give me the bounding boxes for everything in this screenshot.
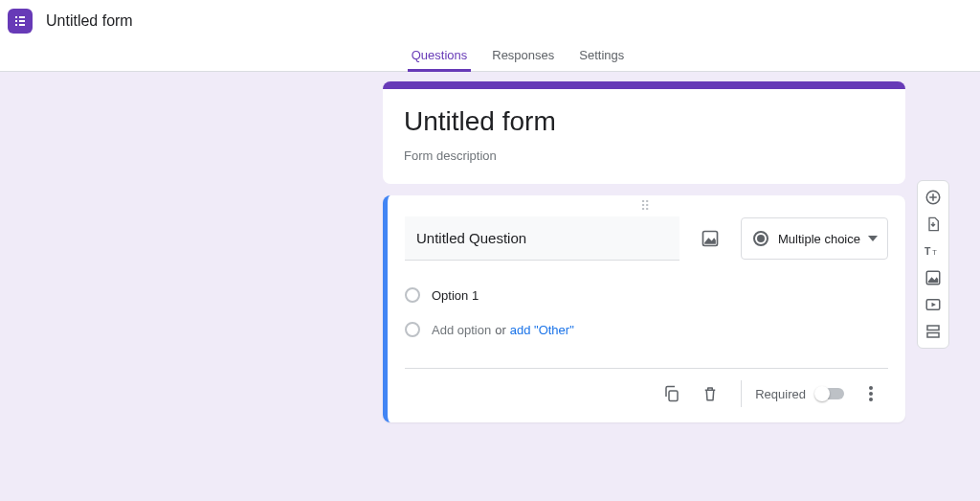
form-column: Untitled form Form description ⠿ Multipl… bbox=[383, 81, 905, 422]
forms-logo[interactable] bbox=[8, 9, 33, 34]
options-list: Option 1 Add option or add "Other" bbox=[405, 278, 888, 347]
duplicate-button[interactable] bbox=[655, 376, 689, 411]
add-other-button[interactable]: add "Other" bbox=[510, 323, 574, 337]
drag-handle-icon[interactable]: ⠿ bbox=[405, 195, 888, 216]
add-video-button[interactable] bbox=[920, 294, 947, 315]
header-row2: Questions Responses Settings bbox=[0, 42, 980, 72]
more-options-button[interactable] bbox=[854, 376, 888, 411]
option-radio-icon bbox=[405, 287, 420, 303]
question-footer: Required bbox=[405, 368, 888, 411]
question-input[interactable] bbox=[405, 216, 679, 261]
add-image-to-question-button[interactable] bbox=[693, 221, 727, 256]
svg-rect-17 bbox=[927, 333, 939, 338]
delete-button[interactable] bbox=[693, 376, 727, 411]
video-icon bbox=[924, 296, 942, 313]
tab-settings[interactable]: Settings bbox=[575, 42, 628, 72]
import-icon bbox=[925, 216, 941, 233]
svg-rect-4 bbox=[15, 24, 17, 26]
radio-icon bbox=[753, 231, 768, 246]
add-question-button[interactable] bbox=[920, 187, 947, 208]
question-type-select[interactable]: Multiple choice bbox=[741, 217, 888, 260]
option-row[interactable]: Option 1 bbox=[405, 278, 888, 312]
copy-icon bbox=[663, 385, 680, 402]
plus-circle-icon bbox=[924, 189, 942, 206]
svg-point-9 bbox=[869, 392, 873, 396]
tab-questions[interactable]: Questions bbox=[408, 42, 472, 72]
svg-point-8 bbox=[869, 386, 873, 390]
tab-responses[interactable]: Responses bbox=[488, 42, 558, 72]
canvas: Untitled form Form description ⠿ Multipl… bbox=[0, 72, 980, 422]
option-label[interactable]: Option 1 bbox=[432, 288, 479, 303]
question-row: Multiple choice bbox=[405, 216, 888, 261]
svg-rect-7 bbox=[669, 391, 678, 401]
separator bbox=[741, 380, 742, 407]
more-vertical-icon bbox=[869, 386, 873, 401]
section-icon bbox=[924, 323, 942, 340]
add-option-button[interactable]: Add option bbox=[432, 323, 491, 337]
svg-rect-2 bbox=[15, 20, 17, 22]
forms-logo-icon bbox=[13, 14, 27, 28]
header-row1: Untitled form bbox=[0, 0, 980, 42]
tabs: Questions Responses Settings bbox=[408, 42, 629, 72]
add-option-row: Add option or add "Other" bbox=[405, 312, 888, 347]
title-icon: TT bbox=[924, 244, 942, 258]
svg-rect-5 bbox=[19, 24, 25, 26]
image-icon bbox=[701, 229, 720, 248]
form-title[interactable]: Untitled form bbox=[404, 106, 884, 137]
required-label: Required bbox=[755, 387, 806, 401]
add-image-button[interactable] bbox=[920, 267, 947, 288]
chevron-down-icon bbox=[868, 236, 878, 241]
svg-rect-0 bbox=[15, 16, 17, 18]
add-section-button[interactable] bbox=[920, 321, 947, 342]
svg-point-10 bbox=[869, 398, 873, 401]
form-description[interactable]: Form description bbox=[404, 148, 884, 163]
or-label: or bbox=[495, 323, 506, 337]
add-title-button[interactable]: TT bbox=[920, 240, 947, 262]
svg-text:T: T bbox=[924, 245, 931, 257]
svg-rect-1 bbox=[19, 16, 25, 18]
title-card[interactable]: Untitled form Form description bbox=[383, 81, 905, 184]
svg-text:T: T bbox=[932, 248, 937, 257]
document-title[interactable]: Untitled form bbox=[46, 12, 133, 30]
type-select-label: Multiple choice bbox=[778, 232, 860, 246]
import-questions-button[interactable] bbox=[920, 214, 947, 235]
trash-icon bbox=[702, 385, 719, 402]
svg-rect-16 bbox=[927, 326, 939, 330]
image-icon bbox=[924, 269, 942, 286]
type-select-left: Multiple choice bbox=[753, 231, 860, 246]
side-toolbar: TT bbox=[917, 180, 949, 349]
header: Untitled form Questions Responses Settin… bbox=[0, 0, 980, 72]
option-radio-icon bbox=[405, 322, 420, 337]
svg-rect-3 bbox=[19, 20, 25, 22]
required-toggle[interactable] bbox=[815, 388, 844, 399]
question-card[interactable]: ⠿ Multiple choice bbox=[383, 195, 905, 422]
